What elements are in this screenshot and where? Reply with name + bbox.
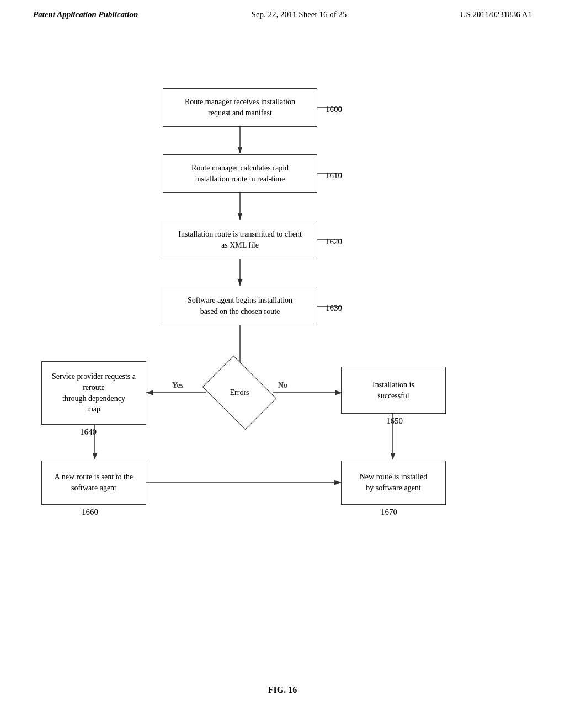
label-1620: 1620 <box>326 237 342 247</box>
header-patent-number: US 2011/0231836 A1 <box>460 10 532 19</box>
svg-text:Yes: Yes <box>172 381 184 389</box>
label-1630: 1630 <box>326 303 342 313</box>
box-1630-text: Software agent begins installationbased … <box>188 295 292 317</box>
figure-caption: FIG. 16 <box>0 685 565 695</box>
box-1650: Installation issuccessful <box>341 367 446 414</box>
label-1600: 1600 <box>326 105 342 114</box>
figure-caption-text: FIG. 16 <box>268 685 297 694</box>
flowchart-diagram: Yes No Route manager receives installati… <box>0 25 565 631</box>
box-1610: Route manager calculates rapidinstallati… <box>163 154 317 193</box>
box-1670-text: New route is installedby software agent <box>360 472 427 493</box>
box-1670: New route is installedby software agent <box>341 461 446 505</box>
box-1620: Installation route is transmitted to cli… <box>163 221 317 259</box>
label-1660: 1660 <box>82 507 98 517</box>
label-1640: 1640 <box>80 427 97 437</box>
box-1630: Software agent begins installationbased … <box>163 287 317 325</box>
page-header: Patent Application Publication Sep. 22, … <box>0 0 565 25</box>
svg-text:No: No <box>278 381 287 389</box>
diamond-errors: Errors <box>206 367 273 419</box>
box-1660-text: A new route is sent to thesoftware agent <box>55 472 133 493</box>
box-1640-text: Service provider requests a reroutethrou… <box>49 371 139 414</box>
box-1600-text: Route manager receives installationreque… <box>185 97 295 118</box>
box-1640: Service provider requests a reroutethrou… <box>41 361 146 425</box>
header-publication-label: Patent Application Publication <box>33 10 138 19</box>
box-1600: Route manager receives installationreque… <box>163 88 317 127</box>
box-1660: A new route is sent to thesoftware agent <box>41 461 146 505</box>
label-1650: 1650 <box>386 416 403 426</box>
box-1620-text: Installation route is transmitted to cli… <box>178 229 302 250</box>
box-1650-text: Installation issuccessful <box>372 379 414 401</box>
header-date-sheet: Sep. 22, 2011 Sheet 16 of 25 <box>252 10 347 19</box>
label-1670: 1670 <box>381 507 397 517</box>
label-1610: 1610 <box>326 171 342 180</box>
diamond-errors-text: Errors <box>230 388 249 397</box>
box-1610-text: Route manager calculates rapidinstallati… <box>191 163 289 184</box>
